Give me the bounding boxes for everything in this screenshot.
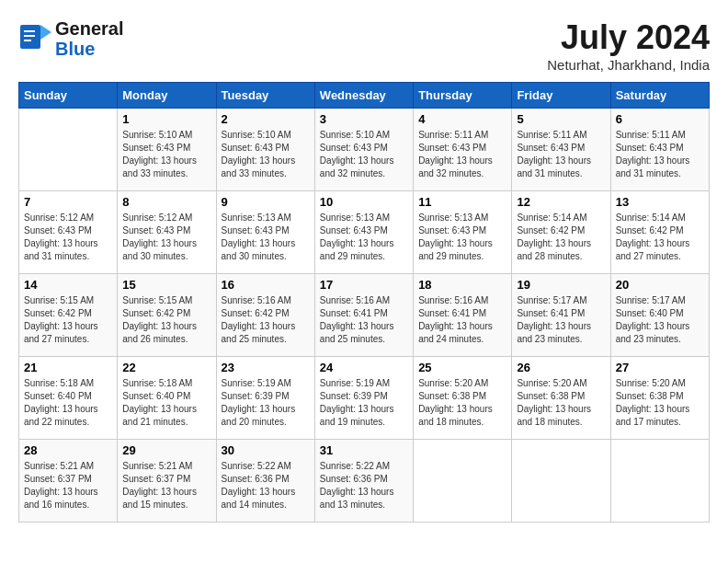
day-number: 20 <box>616 278 704 292</box>
calendar-cell: 24Sunrise: 5:19 AM Sunset: 6:39 PM Dayli… <box>314 357 413 440</box>
day-detail: Sunrise: 5:13 AM Sunset: 6:43 PM Dayligh… <box>418 212 506 263</box>
calendar-cell: 21Sunrise: 5:18 AM Sunset: 6:40 PM Dayli… <box>19 357 118 440</box>
calendar-cell: 5Sunrise: 5:11 AM Sunset: 6:43 PM Daylig… <box>512 109 610 191</box>
calendar-cell: 30Sunrise: 5:22 AM Sunset: 6:36 PM Dayli… <box>216 440 314 523</box>
calendar-week-row: 21Sunrise: 5:18 AM Sunset: 6:40 PM Dayli… <box>19 357 710 440</box>
col-thursday: Thursday <box>414 83 512 109</box>
logo: General Blue <box>18 18 123 59</box>
calendar-cell: 25Sunrise: 5:20 AM Sunset: 6:38 PM Dayli… <box>414 357 512 440</box>
svg-rect-3 <box>24 35 35 37</box>
day-number: 1 <box>122 112 210 126</box>
calendar-cell: 11Sunrise: 5:13 AM Sunset: 6:43 PM Dayli… <box>414 191 512 274</box>
header-row: Sunday Monday Tuesday Wednesday Thursday… <box>19 83 710 109</box>
day-detail: Sunrise: 5:19 AM Sunset: 6:39 PM Dayligh… <box>222 377 310 429</box>
calendar-cell: 8Sunrise: 5:12 AM Sunset: 6:43 PM Daylig… <box>118 191 216 274</box>
day-number: 24 <box>320 361 408 374</box>
day-detail: Sunrise: 5:21 AM Sunset: 6:37 PM Dayligh… <box>122 460 210 511</box>
calendar-cell: 31Sunrise: 5:22 AM Sunset: 6:36 PM Dayli… <box>314 440 413 523</box>
calendar-cell: 29Sunrise: 5:21 AM Sunset: 6:37 PM Dayli… <box>118 440 216 523</box>
calendar-cell: 18Sunrise: 5:16 AM Sunset: 6:41 PM Dayli… <box>414 274 512 357</box>
day-number: 29 <box>122 443 210 457</box>
day-number: 3 <box>320 112 408 126</box>
day-number: 16 <box>222 278 310 292</box>
day-number: 8 <box>122 195 210 209</box>
day-number: 27 <box>616 361 704 374</box>
day-detail: Sunrise: 5:22 AM Sunset: 6:36 PM Dayligh… <box>320 460 408 511</box>
calendar-cell: 14Sunrise: 5:15 AM Sunset: 6:42 PM Dayli… <box>19 274 118 357</box>
day-number: 30 <box>222 443 310 457</box>
calendar-cell: 22Sunrise: 5:18 AM Sunset: 6:40 PM Dayli… <box>118 357 216 440</box>
day-number: 17 <box>320 278 408 292</box>
logo-icon <box>18 19 53 54</box>
day-detail: Sunrise: 5:11 AM Sunset: 6:43 PM Dayligh… <box>418 129 506 180</box>
day-number: 23 <box>222 361 310 374</box>
day-number: 25 <box>418 361 506 374</box>
day-detail: Sunrise: 5:16 AM Sunset: 6:41 PM Dayligh… <box>320 294 408 346</box>
day-detail: Sunrise: 5:12 AM Sunset: 6:43 PM Dayligh… <box>122 212 210 263</box>
day-number: 18 <box>418 278 506 292</box>
day-detail: Sunrise: 5:16 AM Sunset: 6:42 PM Dayligh… <box>222 294 310 346</box>
calendar-cell: 4Sunrise: 5:11 AM Sunset: 6:43 PM Daylig… <box>414 109 512 191</box>
day-detail: Sunrise: 5:10 AM Sunset: 6:43 PM Dayligh… <box>320 129 408 180</box>
calendar-cell: 16Sunrise: 5:16 AM Sunset: 6:42 PM Dayli… <box>216 274 314 357</box>
day-detail: Sunrise: 5:22 AM Sunset: 6:36 PM Dayligh… <box>222 460 310 511</box>
day-detail: Sunrise: 5:10 AM Sunset: 6:43 PM Dayligh… <box>222 129 310 180</box>
col-sunday: Sunday <box>19 83 118 109</box>
col-saturday: Saturday <box>610 83 709 109</box>
calendar-cell: 2Sunrise: 5:10 AM Sunset: 6:43 PM Daylig… <box>216 109 314 191</box>
calendar-cell <box>512 440 610 523</box>
day-detail: Sunrise: 5:20 AM Sunset: 6:38 PM Dayligh… <box>418 377 506 429</box>
calendar-cell: 7Sunrise: 5:12 AM Sunset: 6:43 PM Daylig… <box>19 191 118 274</box>
day-number: 5 <box>517 112 605 126</box>
day-number: 31 <box>320 443 408 457</box>
day-number: 11 <box>418 195 506 209</box>
logo-text: General <box>55 18 123 39</box>
calendar-week-row: 1Sunrise: 5:10 AM Sunset: 6:43 PM Daylig… <box>19 109 710 191</box>
day-detail: Sunrise: 5:14 AM Sunset: 6:42 PM Dayligh… <box>517 212 605 263</box>
day-detail: Sunrise: 5:17 AM Sunset: 6:40 PM Dayligh… <box>616 294 704 346</box>
col-monday: Monday <box>118 83 216 109</box>
day-number: 4 <box>418 112 506 126</box>
calendar-table: Sunday Monday Tuesday Wednesday Thursday… <box>18 82 710 523</box>
day-number: 12 <box>517 195 605 209</box>
day-detail: Sunrise: 5:20 AM Sunset: 6:38 PM Dayligh… <box>616 377 704 429</box>
col-tuesday: Tuesday <box>216 83 314 109</box>
day-number: 21 <box>24 361 112 374</box>
col-wednesday: Wednesday <box>314 83 413 109</box>
day-detail: Sunrise: 5:16 AM Sunset: 6:41 PM Dayligh… <box>418 294 506 346</box>
day-number: 7 <box>24 195 112 209</box>
day-number: 14 <box>24 278 112 292</box>
calendar-cell: 27Sunrise: 5:20 AM Sunset: 6:38 PM Dayli… <box>610 357 709 440</box>
day-detail: Sunrise: 5:19 AM Sunset: 6:39 PM Dayligh… <box>320 377 408 429</box>
month-year: July 2024 <box>547 18 710 57</box>
calendar-cell: 10Sunrise: 5:13 AM Sunset: 6:43 PM Dayli… <box>314 191 413 274</box>
title-block: July 2024 Neturhat, Jharkhand, India <box>547 18 710 73</box>
day-number: 13 <box>616 195 704 209</box>
day-detail: Sunrise: 5:11 AM Sunset: 6:43 PM Dayligh… <box>517 129 605 180</box>
day-detail: Sunrise: 5:17 AM Sunset: 6:41 PM Dayligh… <box>517 294 605 346</box>
col-friday: Friday <box>512 83 610 109</box>
page-header: General Blue July 2024 Neturhat, Jharkha… <box>18 18 710 73</box>
calendar-cell: 13Sunrise: 5:14 AM Sunset: 6:42 PM Dayli… <box>610 191 709 274</box>
day-detail: Sunrise: 5:20 AM Sunset: 6:38 PM Dayligh… <box>517 377 605 429</box>
calendar-cell: 6Sunrise: 5:11 AM Sunset: 6:43 PM Daylig… <box>610 109 709 191</box>
day-detail: Sunrise: 5:18 AM Sunset: 6:40 PM Dayligh… <box>24 377 112 429</box>
calendar-week-row: 7Sunrise: 5:12 AM Sunset: 6:43 PM Daylig… <box>19 191 710 274</box>
calendar-cell <box>610 440 709 523</box>
day-number: 22 <box>122 361 210 374</box>
day-detail: Sunrise: 5:10 AM Sunset: 6:43 PM Dayligh… <box>122 129 210 180</box>
calendar-cell: 9Sunrise: 5:13 AM Sunset: 6:43 PM Daylig… <box>216 191 314 274</box>
day-number: 9 <box>222 195 310 209</box>
day-detail: Sunrise: 5:18 AM Sunset: 6:40 PM Dayligh… <box>122 377 210 429</box>
day-number: 28 <box>24 443 112 457</box>
day-number: 10 <box>320 195 408 209</box>
calendar-cell: 1Sunrise: 5:10 AM Sunset: 6:43 PM Daylig… <box>118 109 216 191</box>
location: Neturhat, Jharkhand, India <box>547 57 710 73</box>
calendar-cell: 26Sunrise: 5:20 AM Sunset: 6:38 PM Dayli… <box>512 357 610 440</box>
logo-blue: Blue <box>55 39 123 59</box>
day-number: 15 <box>122 278 210 292</box>
calendar-cell: 28Sunrise: 5:21 AM Sunset: 6:37 PM Dayli… <box>19 440 118 523</box>
calendar-cell: 12Sunrise: 5:14 AM Sunset: 6:42 PM Dayli… <box>512 191 610 274</box>
day-detail: Sunrise: 5:15 AM Sunset: 6:42 PM Dayligh… <box>24 294 112 346</box>
calendar-cell <box>19 109 118 191</box>
